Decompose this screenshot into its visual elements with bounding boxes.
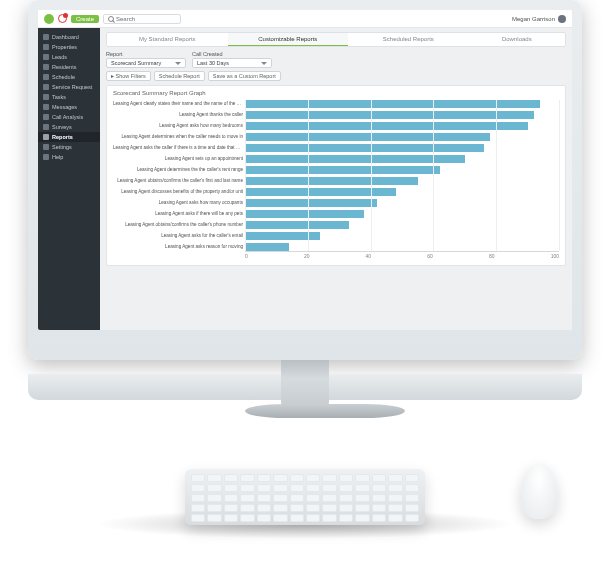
sidebar-item-label: Properties xyxy=(52,44,77,50)
search-input[interactable] xyxy=(116,16,176,22)
sidebar-item-schedule[interactable]: Schedule xyxy=(38,72,100,82)
chart-bar xyxy=(245,144,484,152)
chart-bar xyxy=(245,111,534,119)
chart-bar xyxy=(245,221,349,229)
user-name: Megan Garrison xyxy=(512,16,555,22)
schedule-icon xyxy=(43,74,49,80)
chart-category-label: Leasing Agent asks for the caller's emai… xyxy=(113,232,243,240)
notification-icon[interactable] xyxy=(58,14,67,23)
chart-category-label: Leasing Agent determines when the caller… xyxy=(113,133,243,141)
sidebar-item-properties[interactable]: Properties xyxy=(38,42,100,52)
chart-category-label: Leasing Agent obtains/confirms the calle… xyxy=(113,177,243,185)
reports-icon xyxy=(43,134,49,140)
chart-bar xyxy=(245,122,528,130)
chart-bar xyxy=(245,232,320,240)
chart-category-label: Leasing Agent asks how many occupants xyxy=(113,199,243,207)
chart-x-tick: 100 xyxy=(551,253,559,261)
dashboard-icon xyxy=(43,34,49,40)
tab-my-standard-reports[interactable]: My Standard Reports xyxy=(107,33,228,46)
sidebar-item-residents[interactable]: Residents xyxy=(38,62,100,72)
save-custom-report-button[interactable]: Save as a Custom Report xyxy=(208,71,281,81)
chart-x-tick: 60 xyxy=(427,253,433,261)
chart-category-label: Leasing Agent asks if there will be any … xyxy=(113,210,243,218)
user-menu[interactable]: Megan Garrison xyxy=(512,15,566,23)
tab-customizable-reports[interactable]: Customizable Reports xyxy=(228,33,349,46)
sidebar-item-messages[interactable]: Messages xyxy=(38,102,100,112)
tab-downloads[interactable]: Downloads xyxy=(469,33,565,46)
chart-bar xyxy=(245,177,418,185)
chart-category-label: Leasing Agent obtains/confirms the calle… xyxy=(113,221,243,229)
sidebar-item-label: Residents xyxy=(52,64,76,70)
residents-icon xyxy=(43,64,49,70)
main-content: My Standard ReportsCustomizable ReportsS… xyxy=(100,28,572,330)
chart-category-label: Leasing Agent thanks the caller xyxy=(113,111,243,119)
sidebar-item-label: Tasks xyxy=(52,94,66,100)
chart-x-tick: 80 xyxy=(489,253,495,261)
search-icon xyxy=(108,16,114,22)
chart-y-labels: Leasing Agent clearly states their name … xyxy=(113,100,243,261)
tasks-icon xyxy=(43,94,49,100)
chart-x-tick: 0 xyxy=(245,253,248,261)
show-filters-button[interactable]: ▸ Show Filters xyxy=(106,71,151,81)
sidebar-item-label: Messages xyxy=(52,104,77,110)
sidebar: DashboardPropertiesLeadsResidentsSchedul… xyxy=(38,28,100,330)
sidebar-item-leads[interactable]: Leads xyxy=(38,52,100,62)
report-select[interactable]: Scorecard Summary xyxy=(106,58,186,68)
report-tabs: My Standard ReportsCustomizable ReportsS… xyxy=(106,32,566,47)
mouse xyxy=(520,463,558,519)
chart-bar xyxy=(245,243,289,251)
chart-bar xyxy=(245,210,364,218)
chart-card: Scorecard Summary Report Graph Leasing A… xyxy=(106,85,566,266)
chart-x-tick: 40 xyxy=(366,253,372,261)
search-input-wrap[interactable] xyxy=(103,14,181,24)
sidebar-item-settings[interactable]: Settings xyxy=(38,142,100,152)
report-label: Report xyxy=(106,51,186,57)
chart-bar xyxy=(245,166,440,174)
chart-title: Scorecard Summary Report Graph xyxy=(113,90,559,96)
sidebar-item-label: Help xyxy=(52,154,63,160)
service-request-icon xyxy=(43,84,49,90)
messages-icon xyxy=(43,104,49,110)
sidebar-item-surveys[interactable]: Surveys xyxy=(38,122,100,132)
sidebar-item-label: Schedule xyxy=(52,74,75,80)
tab-scheduled-reports[interactable]: Scheduled Reports xyxy=(348,33,469,46)
sidebar-item-help[interactable]: Help xyxy=(38,152,100,162)
sidebar-item-label: Service Request xyxy=(52,84,92,90)
chart-bar xyxy=(245,133,490,141)
sidebar-item-dashboard[interactable]: Dashboard xyxy=(38,32,100,42)
schedule-report-button[interactable]: Schedule Report xyxy=(154,71,205,81)
app-logo xyxy=(44,14,54,24)
sidebar-item-label: Surveys xyxy=(52,124,72,130)
call-analysis-icon xyxy=(43,114,49,120)
chart-category-label: Leasing Agent asks the caller if there i… xyxy=(113,144,243,152)
topbar: Create Megan Garrison xyxy=(38,10,572,28)
chart-category-label: Leasing Agent sets up an appointment xyxy=(113,155,243,163)
chart-x-axis: 020406080100 xyxy=(245,251,559,261)
sidebar-item-service-request[interactable]: Service Request xyxy=(38,82,100,92)
chart-bar xyxy=(245,188,396,196)
monitor: Create Megan Garrison DashboardPropertie… xyxy=(28,0,582,400)
settings-icon xyxy=(43,144,49,150)
chart-bar xyxy=(245,155,465,163)
create-button[interactable]: Create xyxy=(71,15,99,23)
chart-bar xyxy=(245,199,377,207)
chart-category-label: Leasing Agent discusses benefits of the … xyxy=(113,188,243,196)
avatar-icon xyxy=(558,15,566,23)
chart-category-label: Leasing Agent asks reason for moving xyxy=(113,243,243,251)
sidebar-item-label: Leads xyxy=(52,54,67,60)
chart-x-tick: 20 xyxy=(304,253,310,261)
sidebar-item-call-analysis[interactable]: Call Analysis xyxy=(38,112,100,122)
chevron-down-icon xyxy=(261,62,267,65)
chart-plot: 020406080100 xyxy=(245,100,559,261)
sidebar-item-tasks[interactable]: Tasks xyxy=(38,92,100,102)
sidebar-item-label: Call Analysis xyxy=(52,114,83,120)
chart-category-label: Leasing Agent determines the the caller'… xyxy=(113,166,243,174)
chart-category-label: Leasing Agent asks how many bedrooms xyxy=(113,122,243,130)
sidebar-item-reports[interactable]: Reports xyxy=(38,132,100,142)
chevron-down-icon xyxy=(175,62,181,65)
keyboard xyxy=(185,469,425,525)
chart-category-label: Leasing Agent clearly states their name … xyxy=(113,100,243,108)
call-created-select[interactable]: Last 30 Days xyxy=(192,58,272,68)
sidebar-item-label: Settings xyxy=(52,144,72,150)
sidebar-item-label: Dashboard xyxy=(52,34,79,40)
